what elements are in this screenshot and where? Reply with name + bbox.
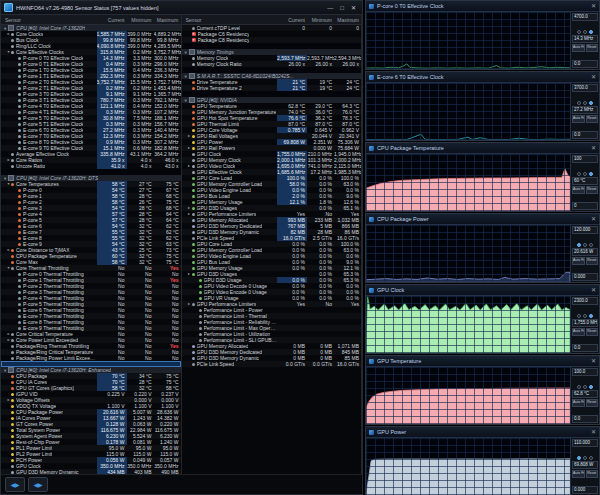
scale-max-value[interactable]: 120.000 bbox=[572, 226, 598, 234]
value-current: 69.808 W bbox=[277, 139, 307, 145]
window-title: HWiNFO64 v7.26-4980 Sensor Status [757 v… bbox=[16, 5, 327, 11]
value-current: No bbox=[97, 355, 127, 361]
graph-titlebar[interactable]: CPU Package Power✕ bbox=[366, 214, 599, 225]
close-icon[interactable]: ✕ bbox=[591, 145, 596, 151]
auto-fit-button[interactable]: Auto Fit bbox=[572, 257, 585, 265]
scale-dot-3[interactable] bbox=[589, 243, 593, 247]
graph-titlebar[interactable]: E-core 6 T0 Effective Clock✕ bbox=[366, 72, 599, 83]
scale-dot-1[interactable] bbox=[577, 385, 581, 389]
scale-dot-3[interactable] bbox=[589, 456, 593, 460]
graph-plot bbox=[366, 225, 570, 282]
reset-button[interactable]: Reset bbox=[586, 399, 599, 407]
auto-fit-button[interactable]: Auto Fit bbox=[572, 328, 585, 336]
scale-dot-1[interactable] bbox=[577, 456, 581, 460]
minimize-button[interactable]: — bbox=[327, 5, 333, 11]
scale-dot-3[interactable] bbox=[589, 30, 593, 34]
temp-icon bbox=[18, 213, 21, 216]
nav-arrows-button-2[interactable]: ◀▶ bbox=[28, 477, 48, 492]
titlebar[interactable]: HWiNFO64 v7.26-4980 Sensor Status [757 v… bbox=[1, 1, 362, 15]
scale-min-value[interactable]: 0 bbox=[572, 202, 598, 210]
reset-button[interactable]: Reset bbox=[586, 328, 599, 336]
auto-fit-button[interactable]: Auto Fit bbox=[572, 470, 585, 478]
temp-icon bbox=[11, 183, 14, 186]
reset-button[interactable]: Reset bbox=[586, 470, 599, 478]
scale-dot-2[interactable] bbox=[583, 314, 587, 318]
clock-icon bbox=[18, 63, 21, 66]
scale-min-value[interactable]: 0.000 bbox=[572, 486, 598, 494]
dot-icon bbox=[18, 297, 21, 300]
sidebar-spacer bbox=[572, 194, 598, 202]
sensor-panel-left: SensorCurrentMinimumMaximum▾CPU [#0]: In… bbox=[1, 15, 182, 475]
auto-fit-button[interactable]: Auto Fit bbox=[572, 399, 585, 407]
scale-dot-1[interactable] bbox=[577, 101, 581, 105]
scale-dot-1[interactable] bbox=[577, 30, 581, 34]
scale-dot-2[interactable] bbox=[583, 385, 587, 389]
close-icon[interactable]: ✕ bbox=[591, 216, 596, 222]
scale-dot-3[interactable] bbox=[589, 385, 593, 389]
close-icon[interactable]: ✕ bbox=[591, 287, 596, 293]
scale-dot-2[interactable] bbox=[583, 30, 587, 34]
graph-title: P-core 0 T0 Effective Clock bbox=[377, 3, 591, 9]
scale-min-value[interactable]: 0.0 bbox=[572, 415, 598, 423]
graph-titlebar[interactable]: GPU Temperature✕ bbox=[366, 356, 599, 367]
sensor-panels: SensorCurrentMinimumMaximum▾CPU [#0]: In… bbox=[1, 15, 362, 475]
scale-dot-3[interactable] bbox=[589, 314, 593, 318]
scale-dot-1[interactable] bbox=[577, 314, 581, 318]
volt-icon bbox=[11, 459, 14, 462]
graph-plot bbox=[366, 83, 570, 140]
graph-titlebar[interactable]: GPU Power✕ bbox=[366, 427, 599, 438]
reset-button[interactable]: Reset bbox=[586, 186, 599, 194]
sensor-row-memory-clock-ratio[interactable]: Memory Clock Ratio26.00 x26.00 x26.00 x bbox=[182, 61, 362, 67]
auto-fit-button[interactable]: Auto Fit bbox=[572, 115, 585, 123]
section-collapse-icon[interactable]: ▾ bbox=[4, 26, 6, 31]
scale-dot-1[interactable] bbox=[577, 172, 581, 176]
nav-arrows-button-1[interactable]: ◀▶ bbox=[5, 477, 25, 492]
scale-max-value[interactable]: 100 bbox=[572, 155, 598, 163]
scale-min-value[interactable]: 0.000 bbox=[572, 273, 598, 281]
section-collapse-icon[interactable]: ▾ bbox=[185, 74, 187, 79]
auto-fit-button[interactable]: Auto Fit bbox=[572, 186, 585, 194]
scale-dot-3[interactable] bbox=[589, 101, 593, 105]
scale-dot-2[interactable] bbox=[583, 101, 587, 105]
close-icon[interactable]: ✕ bbox=[591, 74, 596, 80]
reset-button[interactable]: Reset bbox=[586, 115, 599, 123]
scale-min-value[interactable]: 0.0 bbox=[572, 344, 598, 352]
maximize-button[interactable]: □ bbox=[340, 5, 344, 11]
scale-min-value[interactable]: 0.0 bbox=[572, 131, 598, 139]
section-collapse-icon[interactable]: ▾ bbox=[185, 98, 187, 103]
graph-body: 120.00020.616 WAuto FitReset0.000 bbox=[366, 225, 599, 282]
scale-dot-3[interactable] bbox=[589, 172, 593, 176]
sensor-row-drive-temperature-2[interactable]: Drive Temperature 221 °C19 °C24 °C bbox=[182, 85, 362, 91]
scale-dot-2[interactable] bbox=[583, 243, 587, 247]
scale-dot-2[interactable] bbox=[583, 456, 587, 460]
scale-dot-2[interactable] bbox=[583, 172, 587, 176]
sensor-row-pcie-link-speed[interactable]: PCIe Link Speed0.0 GT/s0.0 GT/s16.0 GT/s bbox=[182, 361, 362, 367]
section-collapse-icon[interactable]: ▾ bbox=[4, 176, 6, 181]
graph-titlebar[interactable]: CPU Package Temperature✕ bbox=[366, 143, 599, 154]
dot-icon bbox=[18, 279, 21, 282]
sensor-row-package-ring-power-limit-exceeded[interactable]: Package/Ring Power Limit ExceededNoNoNo bbox=[1, 355, 181, 361]
graph-title: CPU Package Power bbox=[377, 216, 591, 222]
scale-max-value[interactable]: 2300.0 bbox=[572, 297, 598, 305]
close-icon[interactable]: ✕ bbox=[591, 429, 596, 435]
scale-max-value[interactable]: 3700.0 bbox=[572, 84, 598, 92]
graph-body: 4700.014.3 MHzAuto FitReset0.0 bbox=[366, 12, 599, 69]
scale-max-value[interactable]: 110.000 bbox=[572, 439, 598, 447]
graph-titlebar[interactable]: P-core 0 T0 Effective Clock✕ bbox=[366, 1, 599, 12]
sensor-row-uncore-ratio[interactable]: Uncore Ratio41.0 x4.0 x43.0 x bbox=[1, 163, 181, 169]
close-icon[interactable]: ✕ bbox=[591, 358, 596, 364]
reset-button[interactable]: Reset bbox=[586, 257, 599, 265]
scale-dot-1[interactable] bbox=[577, 243, 581, 247]
auto-fit-button[interactable]: Auto Fit bbox=[572, 44, 585, 52]
close-icon[interactable]: ✕ bbox=[591, 3, 596, 9]
scale-max-value[interactable]: 100.0 bbox=[572, 368, 598, 376]
section-collapse-icon[interactable]: ▾ bbox=[185, 50, 187, 55]
close-button[interactable]: ✕ bbox=[351, 5, 356, 11]
reset-button[interactable]: Reset bbox=[586, 44, 599, 52]
section-collapse-icon[interactable]: ▾ bbox=[4, 368, 6, 373]
graph-buttons: Auto FitReset bbox=[572, 328, 598, 336]
scale-max-value[interactable]: 4700.0 bbox=[572, 13, 598, 21]
scale-min-value[interactable]: 0.0 bbox=[572, 60, 598, 68]
dot-icon bbox=[18, 327, 21, 330]
graph-titlebar[interactable]: GPU Clock✕ bbox=[366, 285, 599, 296]
